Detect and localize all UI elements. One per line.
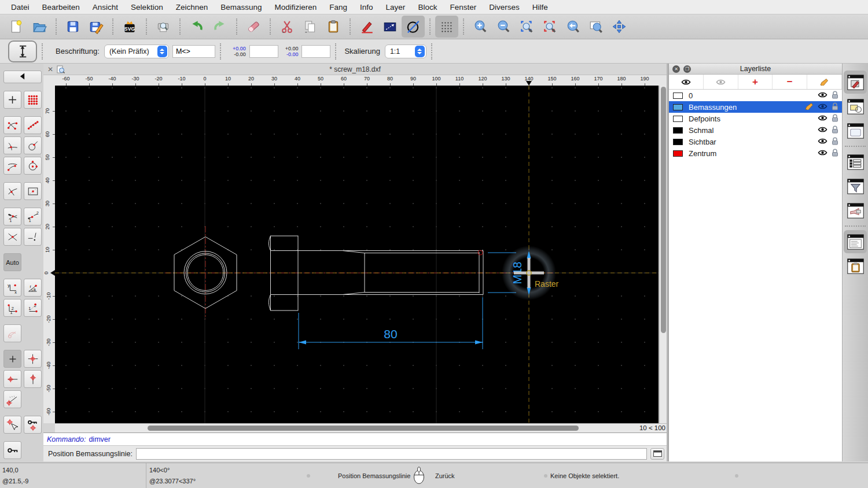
detach-command-line-button[interactable] [650,448,664,460]
zoom-selection-button[interactable] [538,16,561,38]
open-file-button[interactable] [28,16,51,38]
snap-on-entity-button[interactable] [24,136,42,154]
panel-property-editor-button[interactable] [844,150,867,173]
drawing-canvas[interactable]: 80 M18 Raster [55,86,659,423]
restrict-none-button[interactable] [3,350,21,368]
snap-intersection-manual-button[interactable]: 1 [3,208,21,225]
layer-lock-icon[interactable] [832,137,838,147]
back-button[interactable] [3,71,42,83]
panel-selection-filter-button[interactable] [844,175,867,198]
layer-row-schmal[interactable]: Schmal [669,124,842,136]
snap-intersection-button[interactable] [3,228,21,246]
praefix-dropdown[interactable]: (Kein Präfix) [104,45,169,58]
coordinate-polar-button[interactable]: ra [24,279,42,297]
menu-selektion[interactable]: Selektion [124,3,170,12]
vertical-scrollbar[interactable] [659,86,667,423]
menu-bemassung[interactable]: Bemassung [214,3,268,12]
tolerance-lower-input[interactable] [301,45,330,58]
panel-library-browser-button[interactable] [844,119,867,142]
menu-zeichnen[interactable]: Zeichnen [170,3,215,12]
dimension-vertical-tool-button[interactable] [8,40,37,62]
menu-datei[interactable]: Datei [5,3,36,12]
snap-coordinate-button[interactable] [3,91,21,109]
menu-modifizieren[interactable]: Modifizieren [269,3,323,12]
snap-endpoints-button[interactable] [3,116,21,134]
menu-fenster[interactable]: Fenster [443,3,483,12]
layer-row-bemassungen[interactable]: Bemassungen [669,101,842,113]
snap-auto-intersection-button[interactable] [3,136,21,154]
command-input[interactable] [136,448,647,460]
pan-button[interactable] [608,16,631,38]
layer-visibility-icon[interactable] [818,91,827,100]
zoom-previous-button[interactable] [561,16,584,38]
layer-row-defpoints[interactable]: Defpoints [669,113,842,124]
horizontal-scrollbar-thumb[interactable] [148,426,579,431]
skalierung-dropdown[interactable]: 1:1 [385,45,426,58]
restrict-vertical-button[interactable] [24,370,42,388]
snap-grid-button[interactable] [24,91,42,109]
layer-visibility-icon[interactable] [818,103,827,112]
grid-button[interactable] [435,16,458,38]
snap-perpendicular-button[interactable] [24,228,42,246]
layer-visibility-icon[interactable] [818,149,827,158]
hide-all-layers-button[interactable] [704,75,738,89]
menu-diverses[interactable]: Diverses [483,3,526,12]
menu-hilfe[interactable]: Hilfe [526,3,554,12]
layer-visibility-icon[interactable] [818,126,827,135]
layer-row-zentrum[interactable]: Zentrum [669,147,842,159]
snap-points-on-entity-button[interactable] [24,116,42,134]
panel-clipboard-button[interactable] [844,254,867,278]
panel-layer-list-button[interactable] [844,71,867,94]
panel-block-list-button[interactable] [844,95,867,118]
horizontal-scrollbar[interactable]: 10 < 100 [55,423,667,432]
dimension-label-input[interactable] [172,45,215,58]
lock-zero-button[interactable] [3,441,21,459]
cut-button[interactable] [275,16,299,38]
measure-button[interactable] [378,16,402,38]
edit-button[interactable] [355,16,378,38]
layer-row-sichtbar[interactable]: Sichtbar [669,136,842,147]
paste-button[interactable] [322,16,345,38]
remove-layer-button[interactable]: − [773,75,807,89]
show-all-layers-button[interactable] [669,75,704,89]
add-layer-button[interactable]: + [738,75,773,89]
layer-visibility-icon[interactable] [818,114,827,123]
menu-block[interactable]: Block [411,3,443,12]
menu-fang[interactable]: Fang [323,3,354,12]
restrict-orthogonal-button[interactable] [24,350,42,368]
restrict-angle-button[interactable] [3,390,21,408]
snap-auto-button[interactable]: Auto [3,253,21,271]
menu-info[interactable]: Info [354,3,380,12]
layer-lock-icon[interactable] [832,125,838,135]
snap-center-button[interactable] [24,157,42,175]
coordinate-cartesian-button[interactable]: yx [3,279,21,297]
save-as-button[interactable] [84,16,108,38]
snap-intersection-manual-2-button[interactable]: 12 [24,208,42,225]
vertical-scrollbar-thumb[interactable] [661,87,666,333]
layer-lock-icon[interactable] [832,149,838,158]
layer-row-0[interactable]: 0 [669,90,842,101]
edit-layer-button[interactable] [807,75,842,89]
menu-ansicht[interactable]: Ansicht [86,3,124,12]
coordinate-relative-polar-button[interactable]: 12 [24,299,42,317]
restrict-horizontal-button[interactable] [3,370,21,388]
panel-command-line-button[interactable] [844,230,867,253]
restrict-disabled-button[interactable] [3,324,21,342]
layer-lock-icon[interactable] [832,102,838,112]
menu-layer[interactable]: Layer [380,3,412,12]
zoom-in-button[interactable] [469,16,492,38]
panel-view-list-button[interactable] [844,199,867,222]
layer-visibility-icon[interactable] [818,138,827,146]
auto-zoom-button[interactable] [515,16,538,38]
print-preview-button[interactable] [152,16,175,38]
layer-lock-icon[interactable] [832,114,838,124]
tolerance-upper-input[interactable] [249,45,278,58]
set-relative-zero-button[interactable] [3,416,21,434]
menu-bearbeiten[interactable]: Bearbeiten [36,3,86,12]
snap-middle-button[interactable] [3,182,21,200]
lock-relative-zero-button[interactable] [24,416,42,434]
coordinate-relative-cartesian-button[interactable]: 21 [3,299,21,317]
redo-button[interactable] [208,16,231,38]
undo-button[interactable] [185,16,208,38]
svg-export-button[interactable]: SVG [118,16,141,38]
